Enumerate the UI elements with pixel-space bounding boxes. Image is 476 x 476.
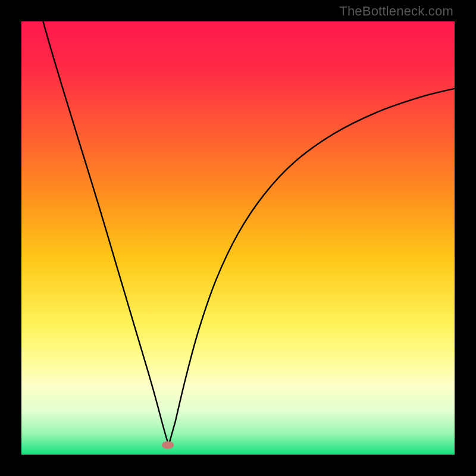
bottleneck-chart [21,21,455,455]
gradient-background [21,21,455,455]
chart-frame [21,21,455,455]
watermark-text: TheBottleneck.com [339,4,453,19]
optimum-marker [162,441,174,449]
